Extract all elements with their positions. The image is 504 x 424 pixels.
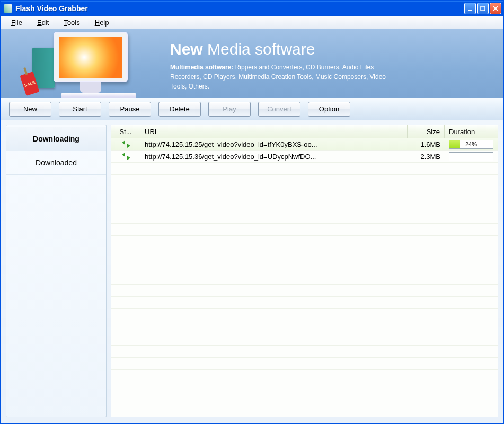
table-row[interactable]: http://74.125.15.36/get_video?video_id=U… (111, 151, 498, 163)
download-list: St... URL Size Duration http://74.125.15… (111, 125, 498, 417)
progress-bar: 24% (449, 140, 493, 149)
svg-rect-1 (481, 6, 485, 11)
table-row-empty (111, 370, 498, 382)
col-size-header[interactable]: Size (408, 125, 445, 138)
col-duration-header[interactable]: Duration (445, 125, 498, 138)
table-row-empty (111, 260, 498, 272)
banner-illustration: SALE (11, 32, 149, 95)
convert-button[interactable]: Convert (258, 102, 300, 117)
table-row-empty (111, 297, 498, 309)
duration-cell: 24% (445, 140, 498, 149)
duration-cell (445, 152, 498, 161)
table-row-empty (111, 248, 498, 260)
table-row-empty (111, 236, 498, 248)
toolbar: New Start Pause Delete Play Convert Opti… (1, 98, 503, 120)
menu-help[interactable]: Help (87, 17, 117, 28)
size-cell: 2.3MB (408, 153, 445, 161)
table-row[interactable]: http://74.125.15.25/get_video?video_id=t… (111, 138, 498, 151)
banner-desc: Multimedia software: Rippers and Convert… (170, 63, 398, 91)
option-button[interactable]: Option (308, 102, 350, 117)
transfer-icon (121, 153, 131, 160)
status-cell (111, 140, 140, 148)
content: Downloading Downloaded St... URL Size Du… (1, 120, 503, 423)
close-button[interactable] (490, 3, 501, 14)
table-row-empty (111, 309, 498, 321)
url-cell: http://74.125.15.25/get_video?video_id=t… (140, 140, 408, 148)
table-row-empty (111, 285, 498, 297)
table-row-empty (111, 187, 498, 199)
table-row-empty (111, 321, 498, 333)
list-header: St... URL Size Duration (111, 125, 498, 138)
keyboard-icon (61, 93, 136, 98)
sidebar: Downloading Downloaded (6, 125, 107, 417)
size-cell: 1.6MB (408, 140, 445, 148)
transfer-icon (121, 140, 131, 148)
app-window: Flash Video Grabber File Edit Tools Help… (0, 0, 504, 424)
delete-button[interactable]: Delete (158, 102, 201, 117)
sidebar-item-downloading[interactable]: Downloading (6, 127, 106, 151)
list-body[interactable]: http://74.125.15.25/get_video?video_id=t… (111, 138, 498, 417)
new-button[interactable]: New (9, 102, 51, 117)
window-controls (464, 3, 501, 14)
menu-file[interactable]: File (4, 17, 30, 28)
menu-tools[interactable]: Tools (56, 17, 87, 28)
pause-button[interactable]: Pause (109, 102, 151, 117)
table-row-empty (111, 199, 498, 211)
app-icon (4, 4, 12, 13)
banner-title: New Media software (170, 40, 493, 58)
play-button[interactable]: Play (208, 102, 251, 117)
table-row-empty (111, 175, 498, 187)
progress-bar (449, 152, 493, 161)
table-row-empty (111, 358, 498, 370)
menubar: File Edit Tools Help (1, 16, 503, 29)
sidebar-item-downloaded[interactable]: Downloaded (6, 151, 106, 175)
banner-text: New Media software Multimedia software: … (170, 36, 493, 91)
table-row-empty (111, 346, 498, 358)
maximize-button[interactable] (477, 3, 489, 14)
url-cell: http://74.125.15.36/get_video?video_id=U… (140, 153, 408, 161)
menu-edit[interactable]: Edit (30, 17, 56, 28)
table-row-empty (111, 333, 498, 346)
col-url-header[interactable]: URL (140, 125, 408, 138)
titlebar[interactable]: Flash Video Grabber (1, 1, 503, 16)
table-row-empty (111, 163, 498, 175)
monitor-icon (54, 32, 128, 82)
status-cell (111, 153, 140, 160)
table-row-empty (111, 211, 498, 224)
banner: SALE New Media software Multimedia softw… (1, 29, 503, 98)
col-status-header[interactable]: St... (111, 125, 140, 138)
table-row-empty (111, 272, 498, 285)
window-title: Flash Video Grabber (15, 4, 464, 13)
minimize-button[interactable] (464, 3, 476, 14)
table-row-empty (111, 224, 498, 236)
start-button[interactable]: Start (59, 102, 101, 117)
